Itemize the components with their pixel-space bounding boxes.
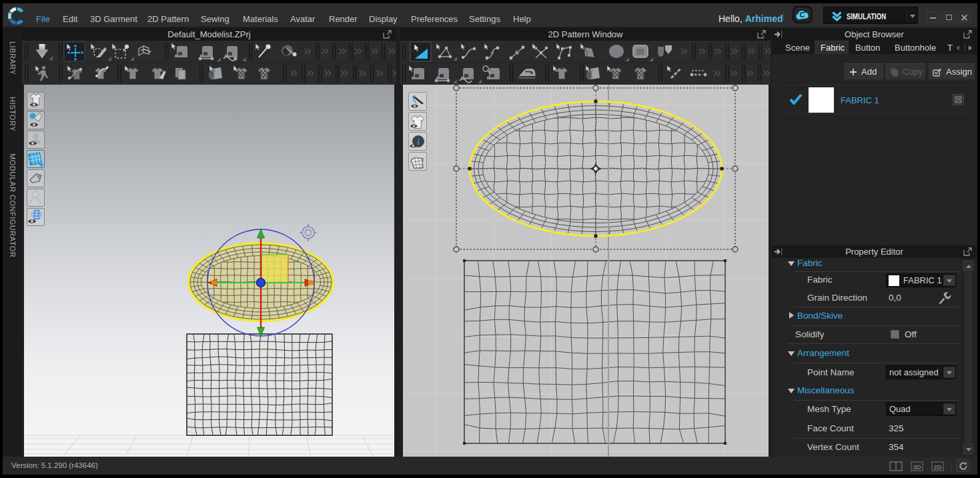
svg-text:C: C	[800, 11, 805, 19]
svg-text:i: i	[417, 137, 420, 147]
svg-text:3D: 3D	[913, 463, 921, 471]
svg-text:2D: 2D	[933, 463, 941, 471]
